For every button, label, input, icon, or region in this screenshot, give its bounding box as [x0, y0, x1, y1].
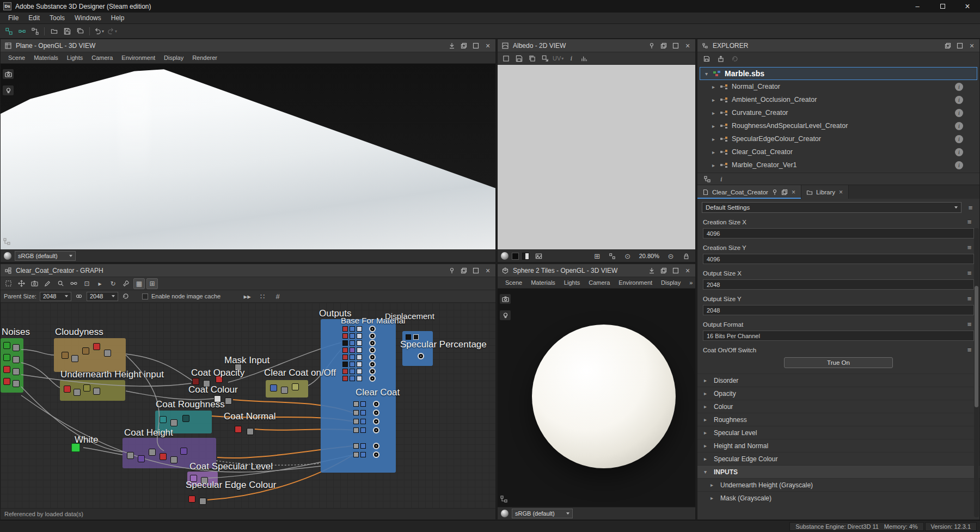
section-inputs[interactable]: ▾INPUTS	[697, 465, 979, 478]
menu-windows[interactable]: Windows	[70, 14, 106, 22]
vm-lights[interactable]: Lights	[560, 279, 584, 286]
save-package-icon[interactable]	[702, 54, 711, 63]
node[interactable]	[199, 498, 206, 505]
output-connector-icon[interactable]	[369, 347, 376, 353]
vm-materials[interactable]: Materials	[526, 279, 560, 286]
maximize-panel-icon[interactable]	[955, 41, 964, 50]
wrench-icon[interactable]	[120, 278, 132, 289]
dots-icon[interactable]: ∷	[256, 290, 268, 302]
sphere-viewport[interactable]	[498, 289, 695, 507]
creation-size-x-select[interactable]: 4096	[703, 228, 974, 239]
output-connector-icon[interactable]	[369, 326, 376, 332]
menu-edit[interactable]: Edit	[23, 14, 45, 22]
chevron-right-icon[interactable]: ▸	[710, 97, 716, 103]
info-icon[interactable]: i	[955, 83, 963, 91]
output-connector-icon[interactable]	[369, 340, 376, 346]
tab-clear-coat-creator[interactable]: Clear_Coat_Creator ×	[697, 185, 801, 199]
field-menu-icon[interactable]: ≡	[964, 320, 974, 328]
creation-size-y-select[interactable]: 4096	[703, 254, 974, 264]
snap-grid-icon[interactable]: ⊞	[146, 278, 158, 289]
output-row[interactable]	[353, 418, 379, 425]
output-connector-icon[interactable]	[373, 451, 379, 458]
section-colour[interactable]: ▸Colour	[697, 400, 979, 413]
true-on-button[interactable]: True On	[784, 357, 893, 368]
field-menu-icon[interactable]: ≡	[964, 346, 974, 354]
node[interactable]	[149, 449, 156, 456]
dock-icon[interactable]	[448, 41, 456, 50]
output-connector-icon[interactable]	[373, 427, 379, 433]
export-grid-icon[interactable]	[540, 53, 550, 64]
node[interactable]	[292, 383, 299, 390]
copy-image-icon[interactable]	[526, 53, 537, 64]
dock-icon[interactable]	[647, 266, 656, 275]
scene-tree-icon[interactable]	[500, 496, 507, 504]
node[interactable]	[64, 386, 71, 393]
close-tab-icon[interactable]: ×	[838, 188, 843, 196]
preset-menu-icon[interactable]: ≡	[965, 204, 975, 212]
grid-toggle-icon[interactable]: ▦	[133, 278, 145, 289]
info-icon[interactable]: i	[566, 53, 577, 64]
close-tab-icon[interactable]: ×	[791, 188, 796, 196]
colorspace-select[interactable]: sRGB (default)	[15, 251, 76, 261]
node[interactable]	[13, 344, 20, 351]
vm-renderer[interactable]: Renderer	[188, 54, 222, 61]
output-size-x-select[interactable]: 2048	[703, 279, 974, 290]
search-icon[interactable]	[55, 278, 66, 289]
chevron-right-icon[interactable]: ▸	[710, 149, 716, 155]
node[interactable]	[3, 378, 10, 385]
parent-size-x-select[interactable]: 2048	[40, 292, 71, 301]
node[interactable]	[160, 416, 167, 423]
vm-lights[interactable]: Lights	[63, 54, 87, 61]
chevron-right-icon[interactable]: ▸	[710, 162, 716, 168]
vm-scene[interactable]: Scene	[501, 279, 526, 286]
tree-row-root[interactable]: ▾ Marble.sbs	[700, 67, 977, 80]
pin-icon[interactable]	[448, 266, 456, 275]
output-row[interactable]	[353, 443, 379, 449]
maximize-panel-icon[interactable]	[671, 266, 680, 275]
node[interactable]	[62, 352, 69, 359]
vm-materials[interactable]: Materials	[29, 54, 63, 61]
vm-display[interactable]: Display	[657, 279, 685, 286]
tiling-grid-icon[interactable]: ⊞	[591, 250, 603, 262]
colorspace-select[interactable]: sRGB (default)	[512, 509, 573, 518]
background-icon[interactable]	[500, 53, 511, 64]
zoom-level[interactable]: 20.80%	[637, 253, 661, 259]
snap-icon[interactable]: #	[272, 290, 284, 302]
tree-row[interactable]: ▸ Marble_Creator_Ver1 i	[700, 158, 977, 172]
albedo-canvas[interactable]	[498, 65, 695, 249]
vm-camera[interactable]: Camera	[87, 54, 117, 61]
node[interactable]	[74, 389, 81, 396]
link-function-button[interactable]	[29, 25, 41, 37]
node[interactable]	[247, 428, 254, 435]
node[interactable]	[13, 368, 20, 375]
output-row[interactable]	[342, 368, 376, 375]
field-menu-icon[interactable]: ≡	[964, 295, 974, 303]
chevron-down-icon[interactable]: ▾	[703, 71, 709, 77]
redo-caret-icon[interactable]: ▾	[115, 29, 117, 34]
redo-button[interactable]: ▾	[106, 25, 118, 37]
node[interactable]	[235, 426, 242, 433]
save-image-icon[interactable]	[513, 53, 524, 64]
node[interactable]	[160, 453, 167, 460]
node[interactable]	[13, 380, 20, 387]
vm-environment[interactable]: Environment	[117, 54, 160, 61]
tree-row[interactable]: ▸ Clear_Coat_Creator i	[700, 145, 977, 158]
node[interactable]	[182, 415, 189, 422]
node[interactable]	[3, 354, 10, 361]
pencil-icon[interactable]	[42, 278, 53, 289]
output-connector-icon[interactable]	[369, 333, 376, 339]
undo-caret-icon[interactable]: ▾	[102, 29, 104, 34]
info-icon[interactable]: i	[955, 161, 963, 169]
vm-display[interactable]: Display	[160, 54, 188, 61]
node[interactable]	[93, 343, 100, 350]
field-menu-icon[interactable]: ≡	[964, 243, 974, 252]
output-connector-icon[interactable]	[369, 368, 376, 375]
menu-help[interactable]: Help	[106, 14, 130, 22]
input-mask[interactable]: ▸Mask (Grayscale)	[697, 491, 979, 504]
node[interactable]	[188, 496, 195, 503]
node[interactable]	[93, 388, 100, 395]
output-connector-icon[interactable]	[418, 353, 424, 359]
export-package-icon[interactable]	[716, 54, 725, 63]
output-connector-icon[interactable]	[369, 375, 376, 382]
histogram-icon[interactable]	[579, 53, 590, 64]
